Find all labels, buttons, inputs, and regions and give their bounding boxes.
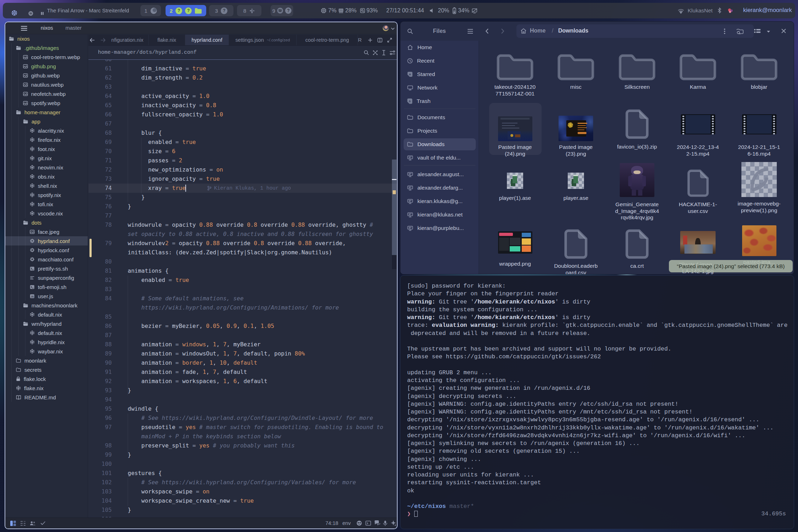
svg-text:JS: JS	[31, 295, 34, 297]
